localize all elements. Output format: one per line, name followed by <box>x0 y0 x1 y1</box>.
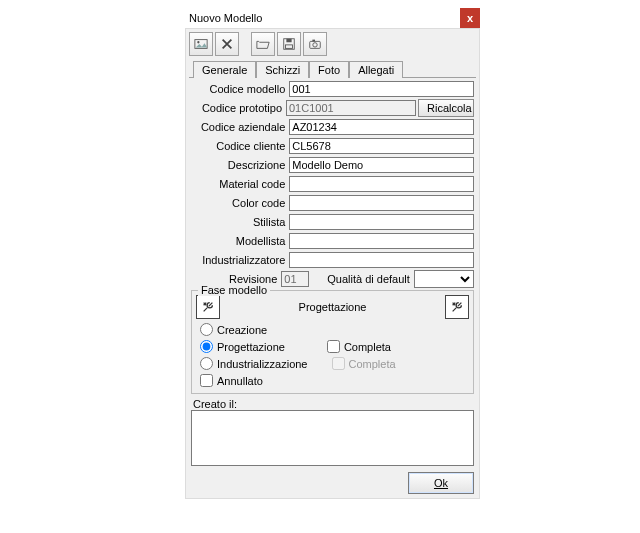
phase-next-button[interactable] <box>445 295 469 319</box>
label-stilista: Stilista <box>191 216 289 228</box>
svg-point-6 <box>313 43 317 47</box>
tools-icon <box>201 300 215 314</box>
label-codice-modello: Codice modello <box>191 83 289 95</box>
input-material-code[interactable] <box>289 176 474 192</box>
label-descrizione: Descrizione <box>191 159 289 171</box>
image-icon <box>194 37 208 51</box>
tab-strip: Generale Schizzi Foto Allegati <box>187 56 478 77</box>
svg-rect-3 <box>286 39 291 43</box>
label-material-code: Material code <box>191 178 289 190</box>
tab-allegati[interactable]: Allegati <box>349 61 403 78</box>
disk-icon <box>282 37 296 51</box>
camera-icon <box>308 37 322 51</box>
toolbar-camera-button[interactable] <box>303 32 327 56</box>
svg-rect-4 <box>286 45 293 49</box>
folder-open-icon <box>256 37 270 51</box>
select-qualita[interactable] <box>414 270 474 288</box>
input-stilista[interactable] <box>289 214 474 230</box>
label-creato-il: Creato il: <box>187 396 478 410</box>
input-codice-prototipo <box>286 100 416 116</box>
toolbar-image-button[interactable] <box>189 32 213 56</box>
ok-button[interactable]: Ok <box>408 472 474 494</box>
label-codice-prototipo: Codice prototipo <box>191 102 286 114</box>
phase-prev-button[interactable] <box>196 295 220 319</box>
title-bar: Nuovo Modello x <box>185 8 480 28</box>
label-modellista: Modellista <box>191 235 289 247</box>
check-annullato[interactable]: Annullato <box>200 374 469 387</box>
close-button[interactable]: x <box>460 8 480 28</box>
phase-options: Creazione Progettazione Completa Industr… <box>196 323 469 387</box>
label-industrializzatore: Industrializzatore <box>191 254 289 266</box>
toolbar-save-button[interactable] <box>277 32 301 56</box>
tab-generale[interactable]: Generale <box>193 61 256 78</box>
input-modellista[interactable] <box>289 233 474 249</box>
phase-title: Progettazione <box>220 301 445 313</box>
svg-rect-7 <box>312 40 315 42</box>
ricalcola-button[interactable]: Ricalcola <box>418 99 474 117</box>
svg-point-1 <box>197 41 199 43</box>
x-icon <box>220 37 234 51</box>
input-descrizione[interactable] <box>289 157 474 173</box>
check-completa-industrializzazione: Completa <box>332 357 396 370</box>
tools-icon <box>450 300 464 314</box>
check-completa-progettazione[interactable]: Completa <box>327 340 391 353</box>
radio-progettazione[interactable]: Progettazione <box>200 340 285 353</box>
input-industrializzatore[interactable] <box>289 252 474 268</box>
toolbar-delete-button[interactable] <box>215 32 239 56</box>
toolbar-open-button[interactable] <box>251 32 275 56</box>
input-color-code[interactable] <box>289 195 474 211</box>
legend-fase-modello: Fase modello <box>198 284 270 296</box>
form-generale: Codice modello Codice prototipo Ricalcol… <box>187 78 478 288</box>
dialog-window: Nuovo Modello x <box>185 8 480 499</box>
label-qualita: Qualità di default <box>309 273 414 285</box>
window-title: Nuovo Modello <box>189 12 262 24</box>
fieldset-fase-modello: Fase modello Progettazione Creazione <box>191 290 474 394</box>
radio-creazione[interactable]: Creazione <box>200 323 469 336</box>
radio-industrializzazione[interactable]: Industrializzazione <box>200 357 308 370</box>
close-icon: x <box>467 12 473 24</box>
label-color-code: Color code <box>191 197 289 209</box>
label-codice-cliente: Codice cliente <box>191 140 289 152</box>
toolbar <box>187 30 478 56</box>
client-area: Generale Schizzi Foto Allegati Codice mo… <box>185 28 480 499</box>
label-codice-aziendale: Codice aziendale <box>191 121 289 133</box>
input-codice-cliente[interactable] <box>289 138 474 154</box>
input-codice-modello[interactable] <box>289 81 474 97</box>
input-revisione <box>281 271 309 287</box>
input-codice-aziendale[interactable] <box>289 119 474 135</box>
textarea-notes[interactable] <box>191 410 474 466</box>
tab-schizzi[interactable]: Schizzi <box>256 61 309 78</box>
tab-foto[interactable]: Foto <box>309 61 349 78</box>
